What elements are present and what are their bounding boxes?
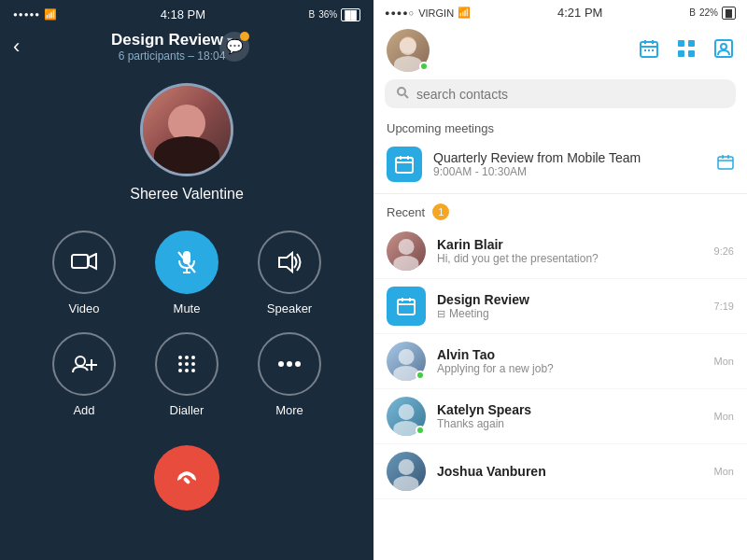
dialler-button[interactable] [155,332,218,396]
my-avatar[interactable] [387,29,430,72]
left-status-icons: B 36% ██ [309,8,360,21]
call-title-block: Design Review ▾ 6 participants – 18:04 [111,31,233,63]
left-status-bar: ●●●●● 📶 4:18 PM B 36% ██ [0,0,374,25]
grid-icon[interactable] [676,38,697,63]
contact-item-alvin[interactable]: Alvin Tao Applying for a new job? Mon [374,334,747,389]
katelyn-avatar-wrap [387,397,426,436]
right-bluetooth-icon: B [689,7,696,18]
call-header: ‹ Design Review ▾ 6 participants – 18:04… [0,25,374,68]
call-title: Design Review [111,31,223,49]
search-bar[interactable] [385,79,736,108]
dialler-label: Dialler [170,403,204,417]
end-call-wrap [154,445,219,511]
svg-point-36 [398,88,405,95]
alvin-time: Mon [714,356,734,367]
end-call-button[interactable] [154,445,219,511]
design-review-time: 7:19 [714,301,734,312]
joshua-silhouette [387,452,426,491]
message-button[interactable]: 💬 [219,32,249,62]
joshua-info: Joshua Vanburen [437,464,703,479]
alvin-meta: Mon [714,356,734,367]
speaker-control[interactable]: Speaker [247,231,331,315]
katelyn-meta: Mon [714,411,734,422]
video-button[interactable] [52,231,116,294]
design-review-name: Design Review [437,292,703,307]
mute-control[interactable]: Mute [145,231,229,315]
right-battery-icon: ▇ [722,7,736,20]
contact-item-joshua[interactable]: Joshua Vanburen Mon [374,444,747,499]
svg-rect-0 [72,255,88,268]
design-review-meta: 7:19 [714,301,734,312]
battery-icon: ██ [341,8,360,21]
signal-dots: ●●●●● [13,10,40,19]
speaker-label: Speaker [267,301,312,315]
svg-rect-33 [688,50,695,57]
add-button[interactable] [52,332,116,396]
karin-silhouette [387,231,426,271]
contact-item-katelyn[interactable]: Katelyn Spears Thanks again Mon [374,389,747,444]
speaker-button[interactable] [258,231,321,294]
karin-avatar [387,231,426,271]
svg-point-12 [191,356,195,359]
video-control[interactable]: Video [42,231,126,315]
left-time: 4:18 PM [161,7,205,21]
contact-item-karin[interactable]: Karin Blair Hi, did you get the presenta… [374,224,747,279]
contacts-icon[interactable] [713,38,734,63]
svg-point-18 [191,369,195,372]
svg-rect-38 [396,158,413,173]
karin-message: Hi, did you get the presentation? [437,252,703,265]
meeting-icon [387,147,422,182]
calendar-icon[interactable] [639,38,659,63]
svg-point-19 [278,361,284,367]
call-controls: Video Mute Spe [42,231,331,417]
right-battery-pct: 22% [699,7,718,18]
design-review-avatar [387,287,426,326]
svg-marker-6 [279,253,292,272]
svg-point-35 [721,44,726,49]
svg-rect-32 [678,50,684,57]
upcoming-section-header: Upcoming meetings [374,116,747,139]
karin-info: Karin Blair Hi, did you get the presenta… [437,237,703,265]
right-wifi-icon: 📶 [458,7,471,19]
more-label: More [275,403,303,417]
svg-point-17 [185,369,189,372]
svg-point-10 [178,356,182,359]
more-control[interactable]: More [247,332,331,417]
joshua-avatar [387,452,426,491]
dialler-control[interactable]: Dialler [145,332,229,417]
alvin-info: Alvin Tao Applying for a new job? [437,347,703,375]
svg-point-14 [185,362,189,366]
bluetooth-icon: B [309,9,316,20]
right-signal: ●●●●○ [385,8,415,18]
svg-rect-30 [678,40,684,47]
top-action-icons [639,38,734,63]
design-review-msg-text: Meeting [449,307,489,320]
mute-button[interactable] [155,231,218,294]
message-icon: 💬 [226,38,244,55]
add-label: Add [73,403,94,417]
more-button[interactable] [258,332,321,396]
recent-label: Recent [387,205,425,219]
karin-time: 9:26 [714,245,734,257]
call-screen: ●●●●● 📶 4:18 PM B 36% ██ ‹ Design Review… [0,0,374,560]
contact-item-design-review[interactable]: Design Review ⊟ Meeting 7:19 [374,279,747,334]
design-review-message: ⊟ Meeting [437,307,703,320]
svg-rect-42 [718,157,733,169]
search-input[interactable] [416,87,725,102]
meeting-item[interactable]: Quarterly Review from Mobile Team 9:00AM… [374,139,747,189]
svg-marker-1 [89,254,96,269]
add-control[interactable]: Add [42,332,126,417]
meeting-msg-icon: ⊟ [437,308,445,320]
back-button[interactable]: ‹ [13,35,20,59]
meeting-calendar-icon [717,154,734,175]
design-review-info: Design Review ⊟ Meeting [437,292,703,320]
alvin-online-dot [416,371,425,380]
recent-badge: 1 [432,203,449,220]
svg-rect-22 [183,477,190,484]
katelyn-time: Mon [714,411,734,422]
message-notification-dot [240,32,249,41]
joshua-avatar-wrap [387,452,426,491]
right-status-icons: B 22% ▇ [689,7,736,20]
carrier-name: VIRGIN [418,7,454,19]
katelyn-message: Thanks again [437,417,703,430]
